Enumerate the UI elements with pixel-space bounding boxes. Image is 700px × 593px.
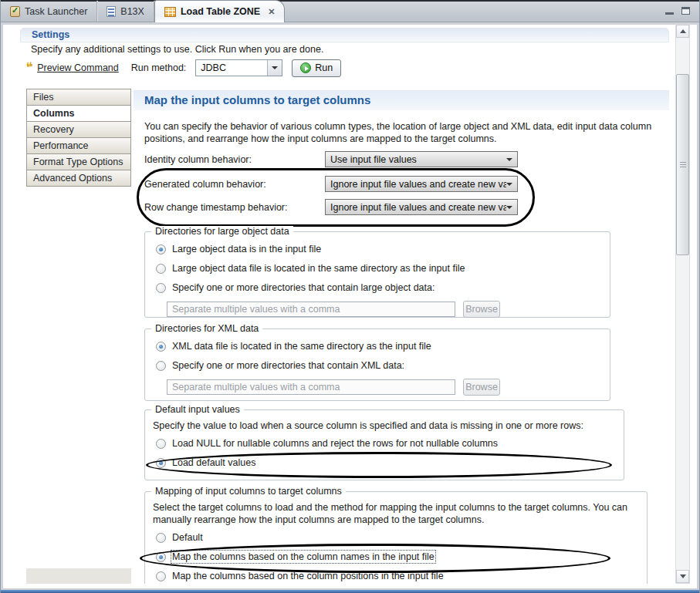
sidebar-item-recovery[interactable]: Recovery: [26, 121, 131, 138]
tab-label: B13X: [120, 6, 144, 17]
mapping-description: Select the target columns to load and th…: [153, 501, 644, 526]
radio-selected-icon[interactable]: [156, 458, 166, 468]
combo-dropdown-button[interactable]: [267, 60, 282, 76]
radio-icon[interactable]: [156, 533, 166, 543]
sidebar-item-format-type-options[interactable]: Format Type Options: [26, 153, 131, 170]
document-lines-icon: [107, 6, 116, 17]
radio-icon[interactable]: [156, 361, 166, 371]
columns-settings-panel: Map the input columns to target columns …: [134, 85, 671, 584]
run-button[interactable]: Run: [292, 59, 341, 77]
tab-b13x[interactable]: B13X: [97, 1, 154, 22]
generated-column-behavior-row: Generated column behavior: Ignore input …: [144, 176, 518, 192]
radio-label[interactable]: Default: [172, 532, 203, 543]
identity-column-behavior-label: Identity column behavior:: [144, 154, 325, 165]
preview-command-link[interactable]: Preview Command: [37, 62, 119, 73]
chevron-down-icon: [506, 183, 512, 186]
radio-selected-icon[interactable]: [156, 342, 166, 352]
group-directories-xml-data: Directories for XML data XML data file i…: [144, 329, 610, 401]
tab-task-launcher[interactable]: Task Launcher: [1, 1, 97, 22]
default-input-values-description: Specify the value to load when a source …: [153, 419, 641, 432]
triangle-down-icon: [680, 574, 686, 578]
scroll-up-button[interactable]: [676, 25, 689, 38]
xml-browse-button[interactable]: Browse: [463, 379, 500, 396]
radio-label[interactable]: Large object data file is located in the…: [172, 263, 465, 274]
radio-map-by-column-names[interactable]: Map the columns based on the column name…: [156, 549, 647, 564]
row-change-timestamp-behavior-value: Ignore input file values and create new …: [330, 202, 506, 213]
radio-load-default-values[interactable]: Load default values: [156, 455, 624, 470]
lob-browse-button[interactable]: Browse: [463, 301, 500, 318]
radio-lob-in-input-file[interactable]: Large object data is in the input file: [156, 241, 610, 257]
group-legend: Mapping of input columns to target colum…: [151, 486, 346, 497]
group-legend: Default input values: [151, 404, 244, 415]
radio-xml-specify-directories[interactable]: Specify one or more directories that con…: [156, 358, 610, 373]
run-method-label: Run method:: [131, 62, 187, 73]
radio-label[interactable]: Specify one or more directories that con…: [172, 360, 404, 371]
lob-directories-input[interactable]: [167, 302, 455, 317]
tab-label: Load Table ZONE: [181, 6, 260, 17]
generated-column-behavior-select[interactable]: Ignore input file values and create new …: [325, 176, 518, 192]
chevron-down-icon: [272, 66, 278, 69]
window-bottom-border: [1, 590, 699, 593]
xml-directories-input[interactable]: [167, 379, 455, 395]
sidebar-footer: [26, 568, 131, 584]
radio-label[interactable]: Map the columns based on the column name…: [172, 551, 435, 562]
radio-map-by-column-positions[interactable]: Map the columns based on the column posi…: [156, 568, 647, 584]
settings-title: Settings: [32, 29, 69, 40]
maximize-icon[interactable]: [681, 7, 690, 15]
run-method-select[interactable]: JDBC: [195, 59, 282, 76]
sidebar-item-performance[interactable]: Performance: [26, 137, 131, 154]
radio-icon[interactable]: [156, 283, 166, 293]
radio-lob-same-directory[interactable]: Large object data file is located in the…: [156, 261, 610, 276]
radio-label[interactable]: Load default values: [172, 457, 255, 468]
lob-directories-input-row: Browse: [167, 301, 610, 318]
table-icon: [164, 7, 176, 17]
run-method-value: JDBC: [196, 60, 267, 76]
view-controls: [665, 7, 690, 15]
run-play-icon: [300, 62, 311, 73]
radio-load-null[interactable]: Load NULL for nullable columns and rejec…: [156, 436, 624, 451]
sidebar-item-columns[interactable]: Columns: [26, 105, 131, 122]
radio-icon[interactable]: [156, 264, 166, 274]
application-window: Task Launcher B13X Load Table ZONE ✕ Set…: [0, 0, 700, 593]
sidebar-item-files[interactable]: Files: [26, 89, 131, 106]
identity-column-behavior-select[interactable]: Use input file values: [325, 151, 518, 167]
radio-lob-specify-directories[interactable]: Specify one or more directories that con…: [156, 280, 610, 295]
sidebar-item-advanced-options[interactable]: Advanced Options: [26, 170, 131, 187]
task-launcher-icon: [10, 6, 20, 17]
settings-header-band: Settings: [20, 28, 669, 42]
run-toolbar: ❝ Preview Command Run method: JDBC Run: [26, 59, 341, 77]
row-change-timestamp-behavior-select[interactable]: Ignore input file values and create new …: [325, 199, 518, 215]
preview-command-icon: ❝: [25, 62, 34, 73]
close-icon[interactable]: ✕: [268, 7, 275, 17]
settings-subtitle: Specify any additional settings to use. …: [31, 44, 323, 55]
identity-column-behavior-row: Identity column behavior: Use input file…: [144, 151, 518, 167]
vertical-scrollbar[interactable]: [675, 24, 690, 584]
radio-label[interactable]: Large object data is in the input file: [172, 244, 321, 254]
radio-icon[interactable]: [156, 439, 166, 449]
page-title: Map the input columns to target columns: [144, 93, 370, 106]
radio-label[interactable]: XML data file is located in the same dir…: [172, 341, 431, 352]
row-change-timestamp-behavior-row: Row change timestamp behavior: Ignore in…: [144, 199, 518, 215]
identity-column-behavior-value: Use input file values: [330, 154, 417, 165]
radio-icon[interactable]: [156, 571, 166, 581]
radio-label[interactable]: Map the columns based on the column posi…: [172, 571, 444, 581]
group-directories-large-object-data: Directories for large object data Large …: [144, 231, 610, 318]
editor-tab-bar: Task Launcher B13X Load Table ZONE ✕: [1, 0, 699, 22]
scroll-down-button[interactable]: [676, 570, 689, 583]
radio-label[interactable]: Load NULL for nullable columns and rejec…: [172, 438, 498, 449]
radio-selected-icon[interactable]: [156, 552, 166, 562]
settings-sidebar: Files Columns Recovery Performance Forma…: [26, 89, 131, 187]
group-mapping-input-columns: Mapping of input columns to target colum…: [144, 491, 648, 584]
radio-xml-same-directory[interactable]: XML data file is located in the same dir…: [156, 339, 610, 354]
scrollbar-thumb[interactable]: [676, 74, 689, 255]
page-title-band: Map the input columns to target columns: [134, 90, 669, 110]
tab-load-table-zone[interactable]: Load Table ZONE ✕: [154, 0, 285, 22]
xml-directories-input-row: Browse: [167, 379, 610, 396]
minimize-icon[interactable]: [665, 12, 674, 15]
chevron-down-icon: [506, 158, 512, 161]
chevron-down-icon: [506, 206, 512, 209]
radio-label[interactable]: Specify one or more directories that con…: [172, 282, 435, 293]
radio-selected-icon[interactable]: [156, 244, 166, 254]
radio-mapping-default[interactable]: Default: [156, 530, 647, 545]
group-legend: Directories for XML data: [151, 323, 262, 334]
